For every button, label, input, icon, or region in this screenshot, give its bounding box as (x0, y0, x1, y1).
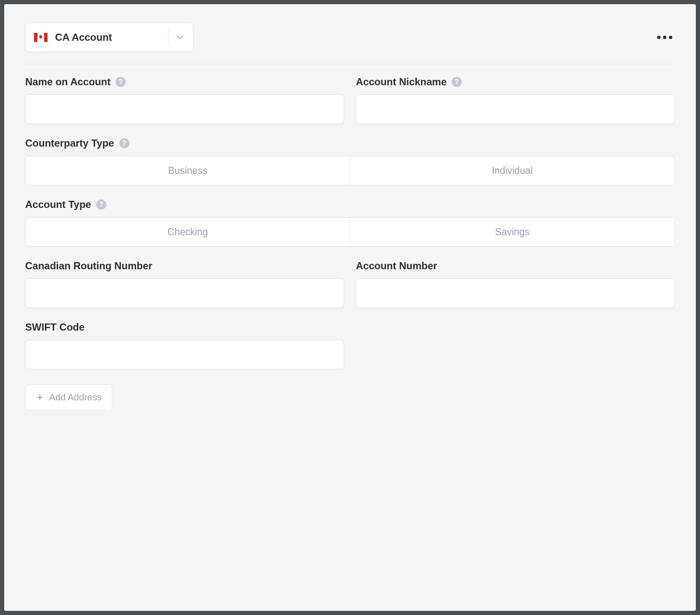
swift-code-input[interactable] (25, 340, 344, 369)
select-divider (168, 29, 168, 46)
account-nickname-input[interactable] (356, 95, 675, 124)
account-type-segmented: Checking Savings (25, 217, 675, 247)
help-icon[interactable]: ? (96, 200, 106, 210)
canada-flag-icon (34, 33, 47, 42)
counterparty-type-segmented: Business Individual (25, 156, 675, 185)
label-text: Account Type (25, 199, 91, 210)
svg-rect-0 (34, 33, 37, 42)
add-address-button[interactable]: Add Address (25, 384, 112, 410)
account-form-panel: CA Account Name on Account ? Account Nic… (4, 4, 696, 611)
chevron-down-icon (174, 32, 185, 43)
more-menu-button[interactable] (655, 27, 675, 47)
account-savings-option[interactable]: Savings (350, 218, 675, 246)
routing-number-input[interactable] (25, 279, 344, 308)
account-type-select[interactable]: CA Account (25, 23, 193, 52)
svg-rect-2 (44, 33, 47, 42)
swift-code-label: SWIFT Code (25, 321, 344, 333)
name-on-account-label: Name on Account ? (25, 76, 344, 88)
add-address-label: Add Address (49, 392, 102, 403)
label-text: Account Nickname (356, 76, 447, 88)
help-icon[interactable]: ? (116, 77, 126, 87)
account-type-field: Account Type ? Checking Savings (25, 199, 675, 247)
label-text: Canadian Routing Number (25, 260, 153, 272)
counterparty-type-label: Counterparty Type ? (25, 137, 675, 149)
routing-number-field: Canadian Routing Number (25, 260, 344, 308)
account-type-label: Account Type ? (25, 199, 675, 210)
account-nickname-label: Account Nickname ? (356, 76, 675, 88)
label-text: Name on Account (25, 76, 111, 88)
label-text: Account Number (356, 260, 437, 272)
account-number-input[interactable] (356, 279, 675, 308)
swift-code-field: SWIFT Code (25, 321, 344, 369)
plus-icon (36, 393, 44, 402)
help-icon[interactable]: ? (452, 77, 462, 87)
counterparty-individual-option[interactable]: Individual (350, 156, 675, 185)
account-number-field: Account Number (356, 260, 675, 308)
name-on-account-field: Name on Account ? (25, 76, 344, 124)
divider (25, 64, 675, 64)
counterparty-type-field: Counterparty Type ? Business Individual (25, 137, 675, 185)
label-text: SWIFT Code (25, 321, 84, 333)
account-select-label: CA Account (55, 32, 162, 43)
help-icon[interactable]: ? (119, 138, 129, 148)
account-checking-option[interactable]: Checking (26, 218, 350, 246)
account-number-label: Account Number (356, 260, 675, 272)
account-nickname-field: Account Nickname ? (356, 76, 675, 124)
more-icon (657, 36, 672, 39)
label-text: Counterparty Type (25, 137, 114, 149)
name-on-account-input[interactable] (25, 95, 344, 124)
routing-number-label: Canadian Routing Number (25, 260, 344, 272)
counterparty-business-option[interactable]: Business (26, 156, 350, 185)
top-row: CA Account (25, 23, 675, 52)
form-grid: Name on Account ? Account Nickname ? Cou… (25, 76, 675, 369)
spacer (356, 321, 675, 369)
